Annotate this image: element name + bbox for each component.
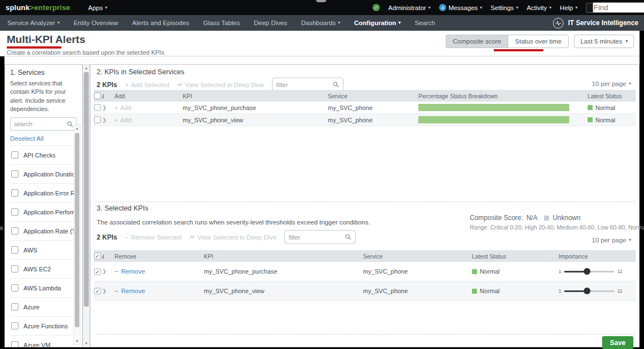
apps-menu[interactable]: Apps▾ [88, 4, 107, 11]
kpis-filter-input[interactable] [276, 82, 333, 88]
importance-slider[interactable]: 1 11 [559, 288, 636, 294]
service-list-item[interactable]: Azure Functions [10, 317, 77, 336]
service-checkbox[interactable] [11, 151, 18, 159]
service-list-item[interactable]: Azure VM [10, 336, 77, 347]
deselect-all-link[interactable]: Deselect All [10, 135, 44, 142]
scroll-down-icon[interactable]: ▼ [83, 342, 89, 345]
service-list-item[interactable]: Application Duration [10, 165, 77, 184]
service-checkbox[interactable] [11, 284, 18, 291]
service-checkbox[interactable] [11, 341, 18, 347]
nav-alerts-and-episodes[interactable]: Alerts and Episodes [132, 20, 189, 26]
service-checkbox[interactable] [11, 170, 18, 178]
service-list-item[interactable]: Azure [10, 298, 77, 317]
caret-down-icon: ▾ [629, 82, 631, 86]
service-checkbox[interactable] [11, 189, 18, 197]
nav-entity-overview[interactable]: Entity Overview [74, 20, 118, 26]
expand-chevron-icon[interactable]: ❯ [102, 269, 115, 274]
per-page-selector[interactable]: 10 per page▾ [592, 80, 631, 87]
importance-slider[interactable]: 1 11 [559, 269, 636, 274]
status-over-time-toggle[interactable]: Status over time [508, 35, 569, 48]
remove-kpi-link[interactable]: −Remove [115, 288, 204, 294]
app-name: IT Service Intelligence [568, 19, 638, 27]
remove-selected-button[interactable]: −Remove Selected [125, 234, 182, 241]
panel-scrollbar[interactable]: ▲ ▼ [83, 64, 90, 347]
user-menu[interactable]: Administrator▾ [388, 4, 431, 11]
service-list-item[interactable]: API Checks [10, 146, 77, 165]
selected-kpi-row: ✓ ❯ −Remove my_SVC_phone_purchase my_SVC… [94, 262, 636, 281]
messages-count-badge: 4 [439, 4, 446, 11]
service-name: my_SVC_phone [363, 268, 472, 275]
nav-configuration[interactable]: Configuration▾ [354, 20, 400, 26]
expand-chevron-icon[interactable]: ❯ [102, 117, 115, 123]
services-search-input[interactable] [14, 121, 67, 127]
nav-glass-tables[interactable]: Glass Tables [203, 20, 240, 26]
selected-filter-input[interactable] [289, 234, 345, 241]
row-checkbox[interactable]: ✓ [94, 268, 101, 275]
scroll-up-icon[interactable]: ▲ [74, 127, 80, 130]
per-page-selector[interactable]: 10 per page▾ [592, 237, 631, 243]
help-menu[interactable]: Help▾ [560, 4, 578, 11]
time-range-picker[interactable]: Last 5 minutes▾ [574, 35, 634, 48]
services-list-scrollbar[interactable]: ▲ ▼ [74, 125, 80, 345]
service-checkbox[interactable] [11, 208, 18, 216]
slider-track[interactable] [564, 290, 614, 292]
composite-score-toggle[interactable]: Composite score [446, 35, 508, 48]
remove-kpi-link[interactable]: −Remove [115, 268, 204, 275]
score-range-text: Range: Critical 0-20, High 20-40, Medium… [470, 224, 644, 231]
plus-icon: + [125, 82, 129, 88]
kpi-row: ❯ +Add my_SVC_phone_view my_SVC_phone No… [94, 114, 636, 126]
select-all-checkbox[interactable]: ✓ [94, 253, 101, 260]
table-header-row: i Add KPI Service Percentage Status Brea… [94, 90, 636, 102]
add-kpi-link[interactable]: +Add [115, 104, 183, 111]
composite-score-value: N/A [526, 214, 537, 222]
kpi-main-panel: 2. KPIs in Selected Services 2 KPIs +Add… [90, 64, 640, 347]
services-search-box[interactable] [10, 117, 77, 131]
slider-thumb[interactable] [584, 288, 590, 294]
row-checkbox[interactable]: ✓ [94, 288, 101, 294]
view-deep-dive-button[interactable]: View Selected in Deep Dive [189, 234, 276, 241]
scrollbar-thumb[interactable] [75, 133, 79, 327]
kpi-name: my_SVC_phone_view [204, 288, 363, 294]
info-column-icon: i [102, 93, 115, 99]
slider-thumb[interactable] [584, 268, 590, 275]
service-checkbox[interactable] [11, 303, 18, 310]
slider-track[interactable] [564, 271, 614, 272]
save-button[interactable]: Save [602, 336, 633, 349]
find-input[interactable] [593, 2, 644, 13]
nav-service-analyzer[interactable]: Service Analyzer▾ [7, 20, 60, 26]
health-check-icon[interactable]: ✓ [373, 4, 380, 11]
service-list-item[interactable]: AWS [10, 241, 77, 260]
select-all-checkbox[interactable] [94, 93, 101, 99]
expand-chevron-icon[interactable]: ❯ [102, 105, 115, 111]
service-list-item[interactable]: Application Error Rate [10, 184, 77, 203]
messages-menu[interactable]: 4Messages▾ [439, 4, 482, 11]
selected-filter-box[interactable] [284, 230, 356, 244]
service-list-item[interactable]: Application Performan [10, 203, 77, 222]
service-list-item[interactable]: AWS Lambda [10, 279, 77, 298]
expand-chevron-icon[interactable]: ❯ [102, 288, 115, 294]
page-title: Multi-KPI Alerts [7, 34, 85, 46]
service-checkbox[interactable] [11, 246, 18, 254]
settings-menu[interactable]: Settings▾ [490, 4, 518, 11]
services-list: API Checks Application Duration Applicat… [10, 145, 77, 347]
nav-deep-dives[interactable]: Deep Dives [254, 20, 287, 26]
service-checkbox[interactable] [11, 265, 18, 272]
nav-dashboards[interactable]: Dashboards▾ [301, 20, 340, 26]
add-kpi-link[interactable]: +Add [115, 117, 183, 123]
edge-artifact: 0 [0, 226, 3, 231]
activity-menu[interactable]: Activity▾ [527, 4, 551, 11]
caret-down-icon: ▾ [338, 21, 340, 25]
row-checkbox[interactable] [94, 117, 101, 123]
service-checkbox[interactable] [11, 322, 18, 329]
service-checkbox[interactable] [11, 227, 18, 235]
scrollbar-thumb[interactable] [84, 72, 89, 307]
scroll-up-icon[interactable]: ▲ [83, 66, 89, 70]
service-list-item[interactable]: AWS EC2 [10, 260, 77, 279]
nav-search[interactable]: Search [414, 20, 435, 26]
service-list-item[interactable]: Application Rate (Thro [10, 222, 77, 241]
add-selected-button[interactable]: +Add Selected [125, 82, 169, 88]
scroll-down-icon[interactable]: ▼ [74, 340, 80, 343]
global-find-box[interactable] [586, 3, 640, 13]
row-checkbox[interactable] [94, 104, 101, 111]
view-deep-dive-button[interactable]: View Selected in Deep Dive [177, 82, 264, 88]
